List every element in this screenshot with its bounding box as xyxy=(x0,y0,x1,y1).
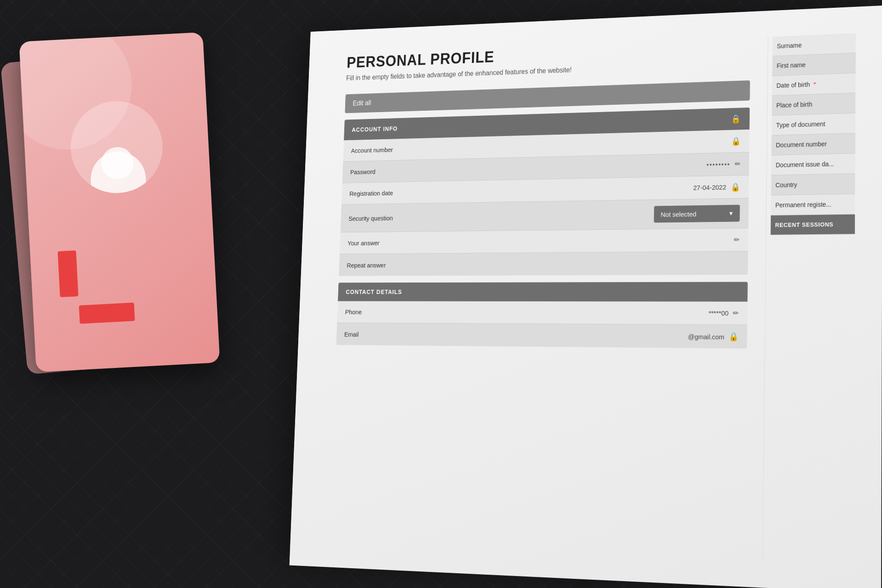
phone-row: Phone *****00 ✏ xyxy=(337,301,747,325)
registration-date-value: 27-04-2022 🔒 xyxy=(538,182,740,195)
sidebar-country[interactable]: Country xyxy=(771,174,855,195)
account-number-lock-icon: 🔒 xyxy=(731,136,741,146)
account-info-body: Account number 🔒 Password •••••••• ✏ xyxy=(339,130,750,276)
account-number-label: Account number xyxy=(351,142,540,154)
sidebar-doc-issue-label: Document issue da... xyxy=(776,160,834,169)
form-main: PERSONAL PROFILE Fill in the empty field… xyxy=(329,37,768,560)
account-info-section: ACCOUNT INFO 🔒 Account number 🔒 Password xyxy=(339,107,750,276)
security-question-label: Security question xyxy=(348,212,538,222)
sidebar-firstname[interactable]: First name xyxy=(772,53,856,76)
registration-date-label: Registration date xyxy=(349,187,539,197)
sidebar-pob[interactable]: Place of birth xyxy=(772,93,855,116)
sidebar-country-label: Country xyxy=(775,181,797,188)
sidebar-doc-type-label: Type of document xyxy=(776,120,825,129)
phone-value: *****00 ✏ xyxy=(535,308,739,317)
contact-details-body: Phone *****00 ✏ Email @gmail.com 🔒 xyxy=(336,301,748,349)
sidebar-doc-number[interactable]: Document number xyxy=(771,133,855,155)
sidebar-surname-label: Surname xyxy=(777,42,802,50)
sidebar-dob-label: Date of birth xyxy=(776,81,810,89)
email-label: Email xyxy=(344,330,535,339)
sidebar-permanent[interactable]: Permanent registe... xyxy=(771,194,855,215)
your-answer-label: Your answer xyxy=(347,238,537,247)
phone-label: Phone xyxy=(345,308,535,316)
form-panel: PERSONAL PROFILE Fill in the empty field… xyxy=(290,6,882,588)
edit-all-button[interactable]: Edit all xyxy=(345,80,750,113)
email-text: @gmail.com xyxy=(688,333,724,340)
registration-date-text: 27-04-2022 xyxy=(693,183,726,192)
account-info-lock-icon: 🔒 xyxy=(731,114,741,124)
security-question-row: Security question Not selected ▾ xyxy=(341,198,749,232)
sidebar-permanent-label: Permanent registe... xyxy=(775,201,831,209)
phone-masked: *****00 xyxy=(709,309,729,317)
account-number-value: 🔒 xyxy=(540,136,741,151)
registration-date-lock-icon: 🔒 xyxy=(730,182,740,192)
form-sidebar: Surname First name Date of birth * Place… xyxy=(763,33,856,564)
password-masked: •••••••• xyxy=(706,160,730,168)
email-row: Email @gmail.com 🔒 xyxy=(336,323,747,349)
password-edit-icon[interactable]: ✏ xyxy=(735,160,740,169)
sidebar-doc-issue[interactable]: Document issue da... xyxy=(771,153,855,175)
email-value: @gmail.com 🔒 xyxy=(535,331,738,342)
sidebar-pob-label: Place of birth xyxy=(776,101,812,109)
email-lock-icon: 🔒 xyxy=(728,332,738,342)
dob-required-star: * xyxy=(814,81,816,88)
security-question-dropdown-text: Not selected xyxy=(660,210,696,218)
your-answer-value: ✏ xyxy=(537,236,740,246)
phone-edit-icon[interactable]: ✏ xyxy=(733,309,739,317)
red-accent xyxy=(57,250,78,297)
repeat-answer-row: Repeat answer xyxy=(339,251,748,276)
sidebar-doc-type[interactable]: Type of document xyxy=(772,113,856,136)
contact-details-label: CONTACT DETAILS xyxy=(346,288,402,295)
security-question-dropdown[interactable]: Not selected ▾ xyxy=(654,205,740,223)
your-answer-row: Your answer ✏ xyxy=(340,228,748,254)
account-info-label: ACCOUNT INFO xyxy=(352,125,398,133)
avatar-body xyxy=(89,150,147,194)
repeat-answer-value xyxy=(536,263,739,264)
sidebar-surname[interactable]: Surname xyxy=(773,33,856,56)
red-accent2 xyxy=(79,303,135,324)
avatar-container xyxy=(68,99,165,195)
chevron-down-icon: ▾ xyxy=(729,209,733,217)
contact-details-header: CONTACT DETAILS xyxy=(338,282,748,302)
sidebar-doc-number-label: Document number xyxy=(776,141,827,149)
repeat-answer-label: Repeat answer xyxy=(347,260,536,269)
avatar-head xyxy=(101,146,135,180)
security-question-value: Not selected ▾ xyxy=(538,205,740,224)
avatar-circle xyxy=(68,99,165,195)
sidebar-firstname-label: First name xyxy=(777,61,806,69)
sidebar-recent-sessions-label: RECENT SESSIONS xyxy=(775,221,833,228)
your-answer-edit-icon[interactable]: ✏ xyxy=(734,236,740,244)
sidebar-dob[interactable]: Date of birth * xyxy=(772,73,856,96)
pink-card xyxy=(19,32,220,372)
password-value: •••••••• ✏ xyxy=(539,160,740,172)
sidebar-recent-sessions[interactable]: RECENT SESSIONS xyxy=(771,215,855,235)
contact-details-section: CONTACT DETAILS Phone *****00 ✏ Email xyxy=(336,282,748,349)
password-label: Password xyxy=(350,164,539,175)
edit-all-label: Edit all xyxy=(353,99,371,107)
form-inner: PERSONAL PROFILE Fill in the empty field… xyxy=(329,33,856,564)
